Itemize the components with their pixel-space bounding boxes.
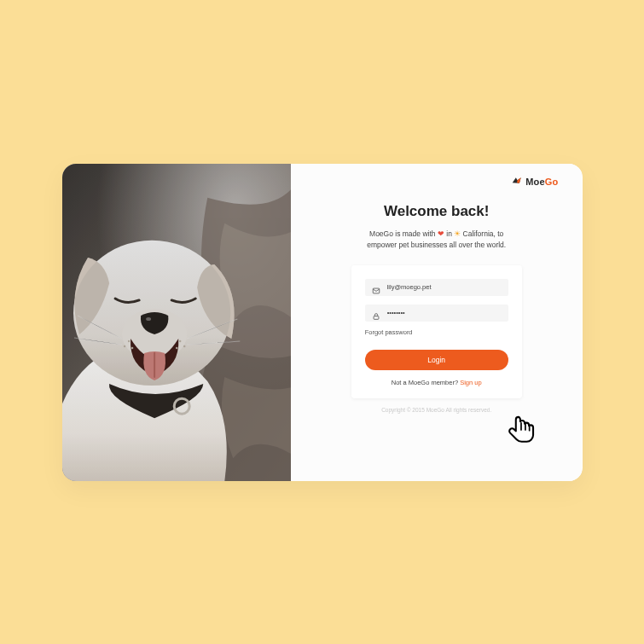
svg-rect-13 [62,164,291,481]
cursor-hand-icon [503,411,541,449]
email-input[interactable] [387,283,502,291]
password-field[interactable] [365,305,508,322]
welcome-subtext: MoeGo is made with ❤ in ☀ California, to… [367,229,506,252]
svg-rect-15 [374,316,379,319]
email-field[interactable] [365,279,508,296]
login-panel: MoeGo Welcome back! MoeGo is made with ❤… [291,164,583,481]
login-window: MoeGo Welcome back! MoeGo is made with ❤… [62,164,583,481]
login-button[interactable]: Login [365,350,508,370]
brand-wordmark: MoeGo [525,177,558,187]
email-icon [372,283,380,292]
copyright-text: Copyright © 2015 MoeGo All rights reserv… [381,407,491,413]
welcome-heading: Welcome back! [384,203,489,220]
signup-row: Not a MoeGo member? Sign up [365,379,508,386]
signup-prompt: Not a MoeGo member? [392,379,460,386]
brand-mark-icon [511,176,523,188]
brand-logo: MoeGo [511,176,558,188]
lock-icon [372,309,380,317]
password-input[interactable] [387,309,502,316]
heart-icon: ❤ [438,229,444,238]
login-card: Forgot password Login Not a MoeGo member… [351,265,522,398]
signup-link[interactable]: Sign up [460,379,481,386]
forgot-password-link[interactable]: Forgot password [365,328,508,336]
hero-image [62,164,291,481]
